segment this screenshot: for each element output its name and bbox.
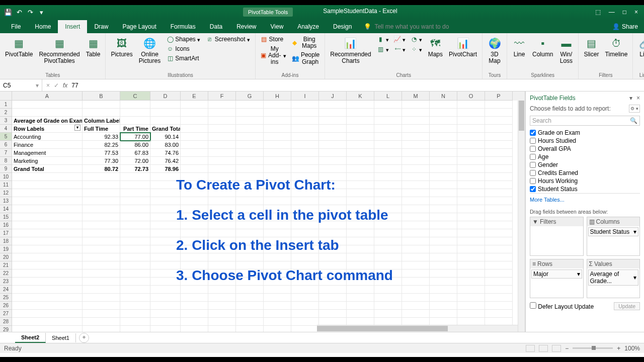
tab-draw[interactable]: Draw <box>87 20 115 33</box>
cell[interactable] <box>402 109 430 117</box>
maps-button[interactable]: 🗺Maps <box>426 35 445 59</box>
zoom-slider[interactable] <box>573 347 613 349</box>
cell[interactable] <box>485 141 513 149</box>
cell[interactable] <box>485 310 513 318</box>
cell[interactable] <box>12 237 83 245</box>
peoplegraph-button[interactable]: 👥People Graph <box>290 51 321 66</box>
field-item[interactable]: Age <box>530 153 640 161</box>
cell[interactable] <box>485 165 513 173</box>
cell[interactable] <box>12 302 83 310</box>
cell[interactable] <box>208 149 236 157</box>
cell[interactable] <box>83 278 120 286</box>
cell[interactable] <box>457 101 485 109</box>
cell[interactable] <box>264 310 291 318</box>
cell[interactable] <box>485 109 513 117</box>
formula-input[interactable]: 77 <box>71 82 78 89</box>
sparkline-line-button[interactable]: 〰Line <box>510 35 528 59</box>
cell[interactable] <box>264 109 291 117</box>
cell[interactable] <box>12 173 83 181</box>
name-box[interactable]: C5▾ <box>0 79 42 91</box>
cell[interactable] <box>12 278 83 286</box>
cell[interactable] <box>264 326 291 332</box>
cell[interactable] <box>291 149 319 157</box>
cell[interactable] <box>150 310 181 318</box>
cell[interactable] <box>120 229 150 237</box>
shapes-button[interactable]: ◯Shapes ▾ <box>165 35 202 44</box>
cell[interactable] <box>457 165 485 173</box>
cell[interactable] <box>120 269 150 278</box>
cell[interactable] <box>291 133 319 141</box>
cell[interactable] <box>208 101 236 109</box>
cell[interactable] <box>208 318 236 326</box>
cell[interactable] <box>236 302 264 310</box>
pictures-button[interactable]: 🖼Pictures <box>109 35 134 59</box>
cell[interactable] <box>264 149 291 157</box>
cell[interactable]: 90.14 <box>150 133 181 141</box>
cell[interactable] <box>430 133 457 141</box>
cell[interactable] <box>347 310 374 318</box>
cell[interactable] <box>83 245 120 253</box>
more-tables-link[interactable]: More Tables... <box>530 197 640 203</box>
cell[interactable] <box>485 149 513 157</box>
online-pictures-button[interactable]: 🌐Online Pictures <box>137 35 163 65</box>
cell[interactable] <box>120 286 150 294</box>
cell[interactable]: Part Time <box>120 125 150 133</box>
cell[interactable] <box>291 141 319 149</box>
cell[interactable] <box>374 109 402 117</box>
cell[interactable] <box>319 125 347 133</box>
cell[interactable] <box>83 269 120 278</box>
cell[interactable] <box>181 109 208 117</box>
cell[interactable] <box>291 117 319 125</box>
cell[interactable] <box>430 125 457 133</box>
cell[interactable] <box>150 318 181 326</box>
cell[interactable] <box>12 101 83 109</box>
cell[interactable] <box>83 318 120 326</box>
cell[interactable] <box>120 189 150 197</box>
cell[interactable] <box>236 109 264 117</box>
cell[interactable] <box>402 125 430 133</box>
filters-area[interactable]: ▼Filters <box>530 217 584 256</box>
cell[interactable] <box>120 302 150 310</box>
cell[interactable] <box>347 165 374 173</box>
cell[interactable] <box>402 165 430 173</box>
cell[interactable] <box>120 101 150 109</box>
cell[interactable] <box>208 117 236 125</box>
tab-design[interactable]: Design <box>326 20 359 33</box>
cell[interactable]: 76.42 <box>150 157 181 165</box>
tab-pagelayout[interactable]: Page Layout <box>115 20 163 33</box>
cell[interactable] <box>264 157 291 165</box>
cell[interactable] <box>485 101 513 109</box>
field-item[interactable]: Student Status <box>530 185 640 193</box>
cell[interactable] <box>236 165 264 173</box>
cell[interactable] <box>181 101 208 109</box>
rows-area[interactable]: ≡Rows Major▾ <box>530 259 584 298</box>
cell[interactable] <box>374 149 402 157</box>
save-icon[interactable]: 💾 <box>4 8 12 16</box>
cell[interactable] <box>12 294 83 302</box>
cell[interactable] <box>319 165 347 173</box>
cell[interactable] <box>12 286 83 294</box>
cell[interactable] <box>83 229 120 237</box>
cell[interactable] <box>181 310 208 318</box>
screenshot-button[interactable]: ⎚Screenshot ▾ <box>204 35 252 44</box>
update-button[interactable]: Update <box>614 302 640 310</box>
close-icon[interactable]: × <box>634 9 638 16</box>
fields-layout-icon[interactable]: ⚙ ▾ <box>629 105 640 113</box>
cell[interactable] <box>236 117 264 125</box>
new-sheet-button[interactable]: + <box>79 333 89 343</box>
cell[interactable] <box>430 302 457 310</box>
cell[interactable] <box>83 181 120 189</box>
cell[interactable]: 82.25 <box>83 141 120 149</box>
timeline-button[interactable]: ⏱Timeline <box>603 35 629 59</box>
cell[interactable]: 74.76 <box>150 149 181 157</box>
cell[interactable] <box>291 101 319 109</box>
sparkline-winloss-button[interactable]: ▬Win/ Loss <box>557 35 575 65</box>
cell[interactable] <box>374 302 402 310</box>
cell[interactable] <box>208 310 236 318</box>
cell[interactable] <box>319 133 347 141</box>
cell[interactable] <box>457 302 485 310</box>
cell[interactable] <box>402 157 430 165</box>
cell[interactable] <box>120 221 150 229</box>
tab-file[interactable]: File <box>4 20 28 33</box>
cell[interactable] <box>12 269 83 278</box>
